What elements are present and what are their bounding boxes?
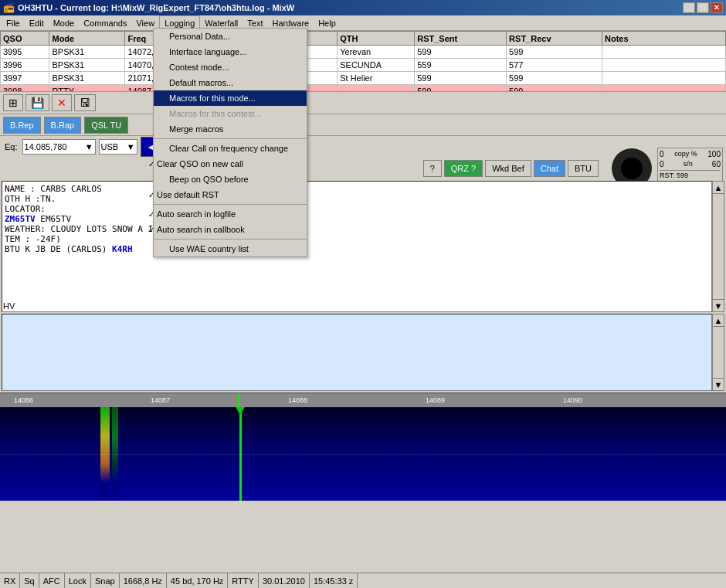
question-button[interactable]: ? xyxy=(423,160,442,177)
copy-max: 100 xyxy=(707,150,721,158)
qsl-tu-button[interactable]: QSL TU xyxy=(84,117,128,134)
dd-default-rst[interactable]: Use default RST xyxy=(154,187,307,202)
dd-clear-qso[interactable]: Clear QSO on new call xyxy=(154,156,307,172)
rx-line-3: LOCATOR: xyxy=(5,204,709,214)
btu-button[interactable]: BTU xyxy=(568,160,599,177)
cell-mode: BPSK31 xyxy=(49,46,125,59)
menu-mode[interactable]: Mode xyxy=(49,15,80,31)
title-bar: 📻 OH3HTU - Current log: H:\MixW_RigExper… xyxy=(0,0,726,15)
cell-qso: 3997 xyxy=(1,72,49,85)
toolbar-icon3[interactable]: ✕ xyxy=(52,94,72,111)
dd-contest-mode[interactable]: Contest mode... xyxy=(154,59,307,75)
close-button[interactable]: ✕ xyxy=(711,2,723,13)
freq-label-14090: 14090 xyxy=(563,396,582,404)
tx-scrollbar[interactable]: ▲ ▼ xyxy=(712,314,724,391)
scroll-up-button[interactable]: ▲ xyxy=(713,182,724,194)
dd-interface-language[interactable]: Interface language... xyxy=(154,44,307,59)
signal-buttons-bar: ? QRZ ? Wkd Bef Chat BTU 0 copy % 100 0 … xyxy=(0,158,726,179)
rx-panel: NAME : CARBS CARLOS QTH H :TN. LOCATOR: … xyxy=(2,181,724,312)
cell-notes xyxy=(602,72,726,85)
menu-edit[interactable]: Edit xyxy=(25,15,49,31)
cell-qso: 3998 xyxy=(1,85,49,92)
status-rx: RX xyxy=(0,573,20,588)
freq-pointer-triangle xyxy=(236,407,245,415)
status-afc: AFC xyxy=(39,573,65,588)
cell-notes xyxy=(602,46,726,59)
tx-text-area[interactable] xyxy=(2,314,712,391)
center-line xyxy=(0,454,726,455)
status-mode: RTTY xyxy=(228,573,259,588)
cell-notes xyxy=(602,85,726,92)
mode-selector[interactable]: USB ▼ xyxy=(99,139,137,155)
window-controls[interactable]: _ □ ✕ xyxy=(683,2,723,13)
wkd-bef-button[interactable]: Wkd Bef xyxy=(485,160,531,177)
freq-dropdown-arrow[interactable]: ▼ xyxy=(85,142,93,151)
tx-scroll-up[interactable]: ▲ xyxy=(713,314,724,327)
callsign-k4rh: K4RH xyxy=(112,244,133,254)
col-rst-sent: RST_Sent xyxy=(415,32,507,46)
toolbar-icon2[interactable]: 💾 xyxy=(25,94,49,111)
cell-qth: Yerevan xyxy=(338,46,415,59)
frequency-display[interactable]: 14.085,780 ▼ xyxy=(22,139,96,155)
menu-help[interactable]: Help xyxy=(314,15,341,31)
dd-personal-data[interactable]: Personal Data... xyxy=(154,29,307,44)
tx-scroll-down[interactable]: ▼ xyxy=(713,378,724,390)
minimize-button[interactable]: _ xyxy=(683,2,695,13)
dd-wae-country[interactable]: Use WAE country list xyxy=(154,241,307,257)
table-row[interactable]: 3995 BPSK31 14072,119 15.10. eny Yerevan… xyxy=(1,46,726,59)
dd-auto-logfile[interactable]: Auto search in logfile xyxy=(154,206,307,222)
spectrum-area[interactable]: 14086 14087 14088 14089 14090 xyxy=(0,393,726,501)
qrz-button[interactable]: QRZ ? xyxy=(444,160,483,177)
dd-default-macros[interactable]: Default macros... xyxy=(154,75,307,90)
table-row[interactable]: 3998 RTTY 14087,448 30.01. 599 599 xyxy=(1,85,726,92)
spectrum-canvas[interactable] xyxy=(0,407,726,501)
dd-sep1 xyxy=(154,138,307,139)
spectrum-ruler: 14086 14087 14088 14089 14090 xyxy=(0,393,726,407)
dd-beep-qso[interactable]: Beep on QSO before xyxy=(154,172,307,187)
table-row[interactable]: 3997 BPSK31 21071,144 17.10. eve St Heli… xyxy=(1,72,726,85)
rx-scrollbar[interactable]: ▲ ▼ xyxy=(712,181,724,312)
scroll-down-button[interactable]: ▼ xyxy=(713,299,724,311)
log-table-wrap: QSO Mode Freq Date Name QTH RST_Sent RST… xyxy=(0,31,726,91)
rx-line-6: TEM : -24F) xyxy=(5,234,709,244)
freq-label-14089: 14089 xyxy=(426,396,445,404)
chat-button[interactable]: Chat xyxy=(534,160,565,177)
status-bd: 45 bd, 170 Hz xyxy=(167,573,229,588)
copy-unit: copy % xyxy=(674,150,697,158)
status-bar: RX Sq AFC Lock Snap 1668,8 Hz 45 bd, 170… xyxy=(0,573,726,588)
logging-dropdown: Personal Data... Interface language... C… xyxy=(153,28,307,257)
toolbar-icon4[interactable]: 🖫 xyxy=(74,94,96,111)
freq-label-14087: 14087 xyxy=(151,396,170,404)
menu-commands[interactable]: Commands xyxy=(79,15,131,31)
status-hz: 1668,8 Hz xyxy=(120,573,167,588)
cell-rst-sent: 599 xyxy=(415,72,507,85)
b-rap-button[interactable]: B.Rap xyxy=(44,117,82,134)
status-snap: Snap xyxy=(91,573,120,588)
status-time: 15:45:33 z xyxy=(310,573,358,588)
mode-dropdown-arrow[interactable]: ▼ xyxy=(127,142,135,151)
cell-qso: 3995 xyxy=(1,46,49,59)
maximize-button[interactable]: □ xyxy=(697,2,709,13)
cell-qth: St Helier xyxy=(338,72,415,85)
menu-bar: File Edit Mode Commands View Logging Wat… xyxy=(0,15,726,31)
window-title: OH3HTU - Current log: H:\MixW_RigExpert_… xyxy=(18,3,294,12)
menu-file[interactable]: File xyxy=(2,15,25,31)
copy-label: 0 xyxy=(660,150,664,158)
table-row[interactable]: 3996 BPSK31 14070,705 15.10. ert SECUNDA… xyxy=(1,59,726,72)
sn-value: 0 xyxy=(660,160,664,168)
dd-clear-freq[interactable]: Clear Call on frequency change xyxy=(154,141,307,156)
b-rep-button[interactable]: B.Rep xyxy=(3,117,41,134)
dd-merge-macros[interactable]: Merge macros xyxy=(154,121,307,137)
scroll-track xyxy=(713,194,724,299)
col-mode: Mode xyxy=(49,32,125,46)
dd-macros-mode[interactable]: Macros for this mode... xyxy=(154,90,307,106)
eq-label: Eq: xyxy=(3,142,19,151)
col-notes: Notes xyxy=(602,32,726,46)
cell-rst-sent: 599 xyxy=(415,85,507,92)
col-rst-recv: RST_Recv xyxy=(507,32,602,46)
toolbar-icon1[interactable]: ⊞ xyxy=(3,94,23,111)
rst-display: RST: 599 xyxy=(660,170,721,179)
sn-max: 60 xyxy=(712,160,721,168)
dd-auto-callbook[interactable]: Auto search in callbook xyxy=(154,222,307,237)
rx-text-area[interactable]: NAME : CARBS CARLOS QTH H :TN. LOCATOR: … xyxy=(2,181,712,312)
